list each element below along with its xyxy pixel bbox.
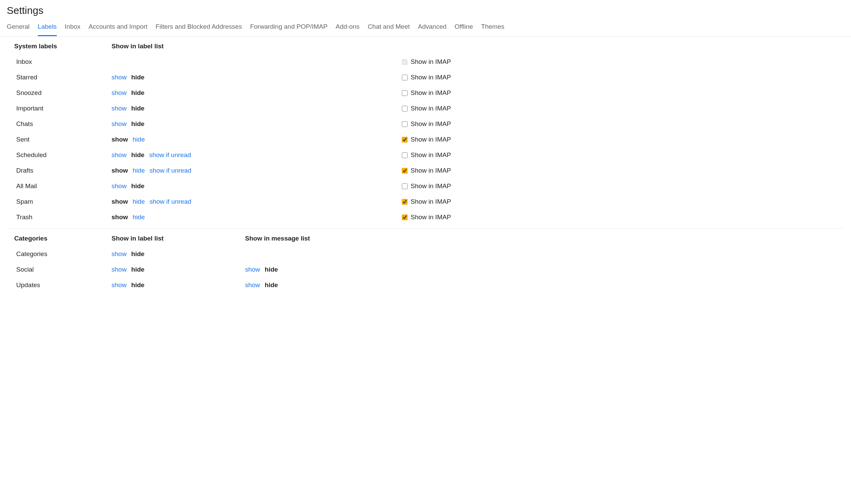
imap-cell: Show in IMAP xyxy=(401,116,844,132)
option-hide[interactable]: hide xyxy=(265,266,278,273)
option-show[interactable]: show xyxy=(111,74,126,81)
option-hide[interactable]: hide xyxy=(133,198,145,205)
label-name: All Mail xyxy=(7,178,111,194)
option-hide[interactable]: hide xyxy=(133,167,145,174)
label-list-options: showhide xyxy=(111,262,245,277)
imap-cell: Show in IMAP xyxy=(401,132,844,147)
label-list-options: showhideshow if unread xyxy=(111,147,245,163)
option-hide[interactable]: hide xyxy=(265,282,278,289)
categories-section: CategoriesShow in label listShow in mess… xyxy=(7,229,844,296)
show-in-imap-checkbox[interactable] xyxy=(402,137,408,143)
option-hide[interactable]: hide xyxy=(133,136,145,143)
option-show_if_unread[interactable]: show if unread xyxy=(149,151,191,159)
imap-cell: Show in IMAP xyxy=(401,147,844,163)
message-list-options: showhide xyxy=(245,262,401,277)
label-name: Inbox xyxy=(7,54,111,70)
option-show[interactable]: show xyxy=(111,151,126,159)
imap-cell: Show in IMAP xyxy=(401,85,844,101)
option-hide[interactable]: hide xyxy=(131,250,144,258)
show-in-label-list-header: Show in label list xyxy=(111,40,245,54)
show-in-imap-checkbox[interactable] xyxy=(402,199,408,205)
tab-themes[interactable]: Themes xyxy=(481,20,504,36)
tab-addons[interactable]: Add-ons xyxy=(336,20,360,36)
imap-cell: Show in IMAP xyxy=(401,178,844,194)
show-in-imap-label: Show in IMAP xyxy=(411,182,451,190)
option-hide[interactable]: hide xyxy=(131,282,144,289)
label-list-options: showhideshow if unread xyxy=(111,194,245,210)
option-show[interactable]: show xyxy=(245,282,260,289)
show-in-imap-label: Show in IMAP xyxy=(411,105,451,112)
label-list-options: showhide xyxy=(111,101,245,116)
tab-advanced[interactable]: Advanced xyxy=(418,20,447,36)
categories-header: Categories xyxy=(7,232,111,246)
show-in-imap-label: Show in IMAP xyxy=(411,89,451,96)
label-name: Important xyxy=(7,101,111,116)
page-title: Settings xyxy=(0,0,851,20)
show-in-imap-checkbox xyxy=(402,59,408,65)
option-show[interactable]: show xyxy=(111,136,128,143)
tab-inbox[interactable]: Inbox xyxy=(65,20,81,36)
show-in-imap-checkbox[interactable] xyxy=(402,168,408,174)
show-in-imap-checkbox[interactable] xyxy=(402,75,408,80)
tab-general[interactable]: General xyxy=(7,20,30,36)
label-list-options: showhide xyxy=(111,116,245,132)
settings-tabs: GeneralLabelsInboxAccounts and ImportFil… xyxy=(0,20,851,36)
option-hide[interactable]: hide xyxy=(131,105,144,112)
show-in-imap-label: Show in IMAP xyxy=(411,120,451,128)
tab-offline[interactable]: Offline xyxy=(455,20,473,36)
show-in-imap-label: Show in IMAP xyxy=(411,198,451,205)
label-list-options xyxy=(111,54,245,70)
label-list-options: showhide xyxy=(111,132,245,147)
message-list-options: showhide xyxy=(245,277,401,293)
tab-chat[interactable]: Chat and Meet xyxy=(368,20,410,36)
label-name: Updates xyxy=(7,277,111,293)
option-hide[interactable]: hide xyxy=(131,182,144,190)
show-in-imap-checkbox[interactable] xyxy=(402,90,408,96)
option-show[interactable]: show xyxy=(111,198,128,205)
option-show[interactable]: show xyxy=(111,89,126,96)
tab-filters[interactable]: Filters and Blocked Addresses xyxy=(156,20,242,36)
option-show[interactable]: show xyxy=(111,266,126,273)
show-in-imap-checkbox[interactable] xyxy=(402,152,408,158)
option-hide[interactable]: hide xyxy=(133,214,145,221)
option-show[interactable]: show xyxy=(111,282,126,289)
show-in-imap-checkbox[interactable] xyxy=(402,183,408,189)
option-show[interactable]: show xyxy=(111,182,126,190)
imap-cell: Show in IMAP xyxy=(401,210,844,225)
message-list-options xyxy=(245,246,401,262)
option-show_if_unread[interactable]: show if unread xyxy=(149,198,191,205)
show-in-imap-checkbox[interactable] xyxy=(402,106,408,111)
option-show[interactable]: show xyxy=(111,120,126,128)
label-name: Sent xyxy=(7,132,111,147)
option-show_if_unread[interactable]: show if unread xyxy=(149,167,191,174)
option-hide[interactable]: hide xyxy=(131,89,144,96)
imap-cell: Show in IMAP xyxy=(401,163,844,178)
show-in-imap-label: Show in IMAP xyxy=(411,214,451,221)
tab-accounts[interactable]: Accounts and Import xyxy=(89,20,147,36)
option-show[interactable]: show xyxy=(111,250,126,258)
show-in-imap-checkbox[interactable] xyxy=(402,121,408,127)
option-show[interactable]: show xyxy=(111,167,128,174)
label-list-options: showhide xyxy=(111,178,245,194)
show-in-imap-checkbox[interactable] xyxy=(402,215,408,220)
option-hide[interactable]: hide xyxy=(131,120,144,128)
option-show[interactable]: show xyxy=(111,214,128,221)
tab-forwarding[interactable]: Forwarding and POP/IMAP xyxy=(250,20,327,36)
option-hide[interactable]: hide xyxy=(131,74,144,81)
label-list-options: showhideshow if unread xyxy=(111,163,245,178)
label-name: Social xyxy=(7,262,111,277)
label-name: Trash xyxy=(7,210,111,225)
option-show[interactable]: show xyxy=(111,105,126,112)
label-name: Categories xyxy=(7,246,111,262)
label-list-options: showhide xyxy=(111,277,245,293)
show-in-imap-label: Show in IMAP xyxy=(411,74,451,81)
show-in-imap-label: Show in IMAP xyxy=(411,136,451,143)
label-name: Scheduled xyxy=(7,147,111,163)
label-name: Chats xyxy=(7,116,111,132)
option-hide[interactable]: hide xyxy=(131,266,144,273)
option-hide[interactable]: hide xyxy=(131,151,144,159)
show-in-label-list-header: Show in label list xyxy=(111,232,245,246)
option-show[interactable]: show xyxy=(245,266,260,273)
tab-labels[interactable]: Labels xyxy=(38,20,57,36)
system-labels-section: System labelsShow in label listInboxShow… xyxy=(7,36,844,229)
